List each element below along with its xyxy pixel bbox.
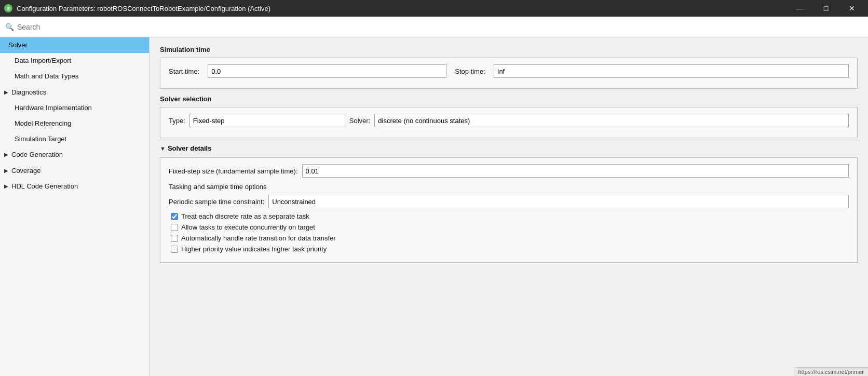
status-bar: https://ros.csim.net/primer <box>794 367 868 376</box>
solver-details-section: ▼ Solver details Fixed-step size (fundam… <box>160 144 858 263</box>
solver-select[interactable]: discrete (no continuous states) ode45 od… <box>374 114 849 127</box>
sidebar-item-math-data-types-label: Math and Data Types <box>15 72 78 81</box>
close-button[interactable]: ✕ <box>840 0 864 17</box>
sidebar-item-hardware-implementation-label: Hardware Implementation <box>15 103 92 113</box>
simulation-time-title: Simulation time <box>160 46 858 53</box>
restore-button[interactable]: □ <box>814 0 838 17</box>
checkbox-auto-rate-transition-row: Automatically handle rate transition for… <box>169 234 849 242</box>
periodic-select[interactable]: Unconstrained Specified Ensure sample ti… <box>268 195 849 208</box>
start-time-input[interactable] <box>208 64 446 78</box>
solver-select-wrapper: discrete (no continuous states) ode45 od… <box>374 114 849 127</box>
checkbox-treat-discrete-row: Treat each discrete rate as a separate t… <box>169 212 849 220</box>
sidebar: Solver Data Import/Export Math and Data … <box>0 37 150 376</box>
sidebar-item-code-generation-label: Code Generation <box>11 150 63 159</box>
stop-time-label: Stop time: <box>455 68 485 75</box>
minimize-button[interactable]: — <box>788 0 812 17</box>
code-generation-arrow-icon: ▶ <box>4 151 8 158</box>
treat-discrete-checkbox[interactable] <box>171 213 178 220</box>
sidebar-item-coverage-label: Coverage <box>11 166 40 176</box>
checkbox-allow-concurrent-row: Allow tasks to execute concurrently on t… <box>169 223 849 231</box>
solver-selection-row: Type: Fixed-step Variable-step Solver: d… <box>169 114 849 127</box>
sidebar-item-diagnostics-label: Diagnostics <box>11 88 46 97</box>
solver-selection-panel: Type: Fixed-step Variable-step Solver: d… <box>160 107 858 138</box>
solver-details-title: Solver details <box>168 144 212 152</box>
fixed-step-input[interactable] <box>302 164 849 178</box>
diagnostics-arrow-icon: ▶ <box>4 89 8 96</box>
fixed-step-label: Fixed-step size (fundamental sample time… <box>169 167 298 175</box>
solver-details-panel: Fixed-step size (fundamental sample time… <box>160 157 858 263</box>
higher-priority-checkbox[interactable] <box>171 246 178 253</box>
sidebar-item-simulation-target-label: Simulation Target <box>15 135 66 144</box>
search-input[interactable] <box>17 23 863 31</box>
sidebar-item-model-referencing-label: Model Referencing <box>15 119 71 128</box>
app-icon: ⚙ <box>4 4 12 12</box>
tasking-title: Tasking and sample time options <box>169 183 849 191</box>
periodic-label: Periodic sample time constraint: <box>169 198 264 206</box>
higher-priority-label: Higher priority value indicates higher t… <box>181 245 327 253</box>
sidebar-item-simulation-target[interactable]: Simulation Target <box>0 131 149 147</box>
simulation-time-row: Start time: Stop time: <box>169 64 849 78</box>
window-controls: — □ ✕ <box>788 0 864 17</box>
allow-concurrent-checkbox[interactable] <box>171 224 178 231</box>
periodic-sample-time-row: Periodic sample time constraint: Unconst… <box>169 195 849 208</box>
status-text: https://ros.csim.net/primer <box>798 369 864 375</box>
sidebar-item-data-import-export-label: Data Import/Export <box>15 56 71 65</box>
auto-rate-transition-checkbox[interactable] <box>171 235 178 242</box>
sidebar-item-math-data-types[interactable]: Math and Data Types <box>0 69 149 84</box>
hdl-code-generation-arrow-icon: ▶ <box>4 183 8 190</box>
sidebar-item-hardware-implementation[interactable]: Hardware Implementation <box>0 100 149 116</box>
sidebar-item-diagnostics[interactable]: ▶ Diagnostics <box>0 85 149 100</box>
solver-selection-title: Solver selection <box>160 95 858 103</box>
search-bar: 🔍 <box>0 17 868 37</box>
periodic-select-wrapper: Unconstrained Specified Ensure sample ti… <box>268 195 849 208</box>
sidebar-item-solver-label: Solver <box>8 41 28 50</box>
fixed-step-row: Fixed-step size (fundamental sample time… <box>169 164 849 178</box>
window-title: Configuration Parameters: robotROSConnec… <box>17 5 270 12</box>
title-bar-left: ⚙ Configuration Parameters: robotROSConn… <box>4 4 270 12</box>
sidebar-item-hdl-code-generation-label: HDL Code Generation <box>11 182 78 191</box>
solver-label: Solver: <box>349 117 370 125</box>
type-select[interactable]: Fixed-step Variable-step <box>189 114 345 127</box>
type-select-wrapper: Fixed-step Variable-step <box>189 114 345 127</box>
start-time-label: Start time: <box>169 68 199 75</box>
auto-rate-transition-label: Automatically handle rate transition for… <box>181 234 336 242</box>
allow-concurrent-label: Allow tasks to execute concurrently on t… <box>181 223 315 231</box>
sidebar-item-model-referencing[interactable]: Model Referencing <box>0 116 149 131</box>
main-layout: Solver Data Import/Export Math and Data … <box>0 37 868 376</box>
stop-time-input[interactable] <box>494 64 849 78</box>
solver-details-header[interactable]: ▼ Solver details <box>160 144 858 152</box>
type-label: Type: <box>169 117 185 125</box>
treat-discrete-label: Treat each discrete rate as a separate t… <box>181 212 309 220</box>
simulation-time-panel: Start time: Stop time: <box>160 58 858 89</box>
sidebar-item-coverage[interactable]: ▶ Coverage <box>0 163 149 179</box>
coverage-arrow-icon: ▶ <box>4 167 8 174</box>
solver-details-collapse-icon: ▼ <box>160 145 166 152</box>
sidebar-item-solver[interactable]: Solver <box>0 37 149 53</box>
sidebar-item-code-generation[interactable]: ▶ Code Generation <box>0 147 149 163</box>
checkbox-higher-priority-row: Higher priority value indicates higher t… <box>169 245 849 253</box>
sidebar-item-hdl-code-generation[interactable]: ▶ HDL Code Generation <box>0 179 149 194</box>
search-icon: 🔍 <box>5 23 14 31</box>
sidebar-item-data-import-export[interactable]: Data Import/Export <box>0 53 149 69</box>
content-area: Simulation time Start time: Stop time: S… <box>150 37 868 376</box>
title-bar: ⚙ Configuration Parameters: robotROSConn… <box>0 0 868 17</box>
